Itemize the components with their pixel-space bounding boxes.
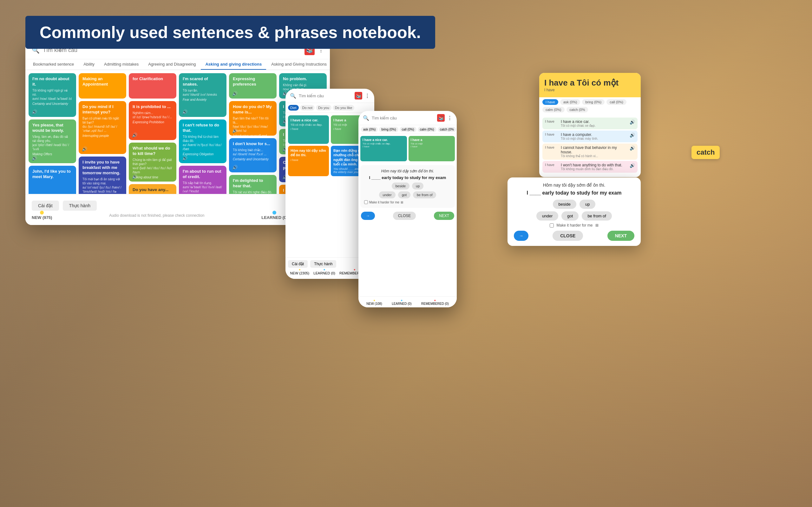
vp-center-3: I cannot have that behavior in my house.… [561,146,626,158]
vp-bar-ask[interactable]: ask (0%) [560,99,580,105]
card-title: How do you do? My name is... [233,104,273,115]
vp-bar-call[interactable]: call (0%) [606,99,626,105]
vp-sound-3[interactable]: 🔊 [629,146,635,151]
pr-search-input[interactable] [372,116,435,120]
vp-center-4: I won't have anything to do with that. T… [561,163,626,171]
phone-book-icon[interactable]: 📚 [355,92,362,100]
card-kill-time[interactable]: What should we do to kill time? Chúng ta… [129,143,176,181]
vp-bar-bring[interactable]: bring (0%) [582,99,605,105]
card-yes-please[interactable]: Yes please, that would be lovely. Vâng, … [29,119,76,163]
thuc-hanh-button[interactable]: Thực hành [63,201,97,211]
vp-phonetic: I have [544,88,636,92]
tab-ability[interactable]: Ability [79,59,99,70]
phone-tab-donot[interactable]: Do not [300,105,315,111]
sound-icon[interactable]: 🔊 [182,109,188,114]
card-tag: Interrupting people [83,134,122,137]
sound-icon[interactable]: 🔊 [232,128,238,133]
vp-sound-1[interactable]: 🔊 [629,119,635,124]
pr-tab-calm[interactable]: calm (0%) [418,127,437,132]
quiz-option-beside[interactable]: beside [392,182,409,189]
phone-tabs: Diet Do not Do you Do you like [286,103,374,113]
tab-admitting[interactable]: Admitting mistakes [100,59,143,70]
sound-icon[interactable]: 🔊 [132,132,137,137]
qsc-opt-up[interactable]: up [579,200,595,209]
phone-tab-doyoulike[interactable]: Do you like [333,105,354,111]
card-interrupt[interactable]: Do you mind if I interrupt you? Bạn có p… [79,101,126,154]
vp-item-4[interactable]: I have I won't have anything to do with … [542,161,638,173]
pr-tab-call[interactable]: call (0%) [400,127,416,132]
pr-more-icon[interactable]: ⋮ [447,115,452,121]
card-dont-know[interactable]: I don't know for s... Tôi không biết chắ… [229,138,276,173]
card-refuse[interactable]: I can't refuse to do that. Tôi không thể… [179,119,226,163]
phone-thuc-hanh-btn[interactable]: Thực hành [310,260,336,268]
pr-card-2[interactable]: I have a Tôi có một I have [409,136,455,161]
phone-card-3[interactable]: Hôm nay tôi dậy sớm để ôn thi. I have [288,146,329,176]
card-prohibited[interactable]: It is prohibited to ... Nghiêm cấm... ɪt… [129,101,176,140]
phone-cai-dat-btn[interactable]: Cài đặt [288,260,308,268]
harder-checkbox[interactable] [364,200,368,204]
phone-tab-doyou[interactable]: Do you [316,105,332,111]
qsc-harder-checkbox[interactable] [550,223,554,228]
vp-sentence-4: I won't have anything to do with that. [561,163,626,167]
card-clarification[interactable]: for Clarification [129,73,176,99]
qsc-opt-got[interactable]: got [561,211,578,221]
vp-item-3[interactable]: I have I cannot have that behavior in my… [542,144,638,160]
tab-instructions[interactable]: Asking and Giving Instructions [267,59,330,70]
sound-icon[interactable]: 🔊 [232,91,238,96]
vp-sound-2[interactable]: 🔊 [629,132,635,137]
tab-agreeing[interactable]: Agreeing and Disagreeing [144,59,200,70]
card-phonetic: aɪ/ /doʊnt/ /noʊ/ /fɔːr/ ... [233,152,273,156]
vp-sound-4[interactable]: 🔊 [629,163,635,168]
vp-center-1: I have a nice car. Tôi có một chiếc xe đ… [561,119,626,127]
pr-book-icon[interactable]: 📚 [437,114,445,122]
sound-icon[interactable]: 🔊 [82,147,87,152]
qsc-opt-beside[interactable]: beside [553,200,576,209]
card-scared[interactable]: I'm scared of snakes. Tôi sợ rắn. aɪm/ /… [179,73,226,117]
pr-remembered-dot: ● [434,298,436,302]
phone-more-icon[interactable]: ⋮ [365,93,370,99]
vp-bar-calm[interactable]: calm (0%) [542,107,565,112]
tab-directions[interactable]: Asking and giving directions [201,59,266,70]
vp-item-1[interactable]: I have I have a nice car. Tôi có một chi… [542,118,638,129]
card-subtitle: Nghiêm cấm... [133,111,172,115]
sound-icon[interactable]: 🔊 [232,165,238,170]
tab-bookmarked[interactable]: Bookmarked sentence [29,59,78,70]
pr-tab-catch[interactable]: catch (0% [438,127,456,132]
sound-icon[interactable]: 🔊 [32,109,37,114]
qsc-arrow-btn[interactable]: → [514,231,528,241]
pr-tab-bring[interactable]: bring (0%) [379,127,398,132]
pc-tag: I have [291,158,326,162]
vp-bar-ihave[interactable]: I have [542,99,558,105]
card-no-doubt[interactable]: I'm no doubt about it. Tôi không nghĩ ng… [29,73,76,117]
sound-icon[interactable]: 🔊 [182,156,188,161]
quiz-close-btn[interactable]: CLOSE [393,212,416,220]
card-how-do-you[interactable]: How do you do? My name is... Bạn làm thế… [229,101,276,135]
quiz-option-up[interactable]: up [412,182,423,189]
quiz-next-btn[interactable]: NEXT [434,212,454,220]
pr-learned-label: LEARNED (0) [392,302,411,305]
qsc-next-btn[interactable]: NEXT [607,231,635,241]
quiz-option-under[interactable]: under [379,191,396,199]
pr-tab-ask[interactable]: ask (0%) [361,127,378,132]
cai-dat-button[interactable]: Cài đặt [32,201,59,211]
quiz-arrow-btn[interactable]: → [361,212,375,220]
sound-icon[interactable]: 🔊 [32,156,37,161]
quiz-option-got[interactable]: got [398,191,410,199]
card-preferences[interactable]: Expressing preferences 🔊 [229,73,276,99]
pc-title: Hôm nay tôi dậy sớm để ôn thi. [291,148,326,158]
learned-dot [272,211,276,215]
qsc-opt-befromof[interactable]: be from of [582,211,612,221]
phone-card-1[interactable]: I have a nice car. Tôi có một chiếc xe đ… [288,115,329,144]
phone-search-input[interactable] [299,94,352,98]
vp-item-2[interactable]: I have I have a computer. Tôi có một chi… [542,130,638,142]
prc-sub: Tôi có một chiếc xe đẹp. [362,142,405,145]
phone-tab-diet[interactable]: Diet [288,105,299,111]
vp-left-4: I have [545,163,558,167]
sound-icon[interactable]: 🔊 [132,174,137,179]
card-appointment[interactable]: Making an Appointment [79,73,126,99]
quiz-option-befromof[interactable]: be from of [413,191,437,199]
qsc-close-btn[interactable]: CLOSE [553,231,583,241]
vp-bar-catch[interactable]: catch (0% [566,107,589,112]
pr-card-1[interactable]: I have a nice car. Tôi có một chiếc xe đ… [360,136,407,161]
qsc-opt-under[interactable]: under [537,211,558,221]
